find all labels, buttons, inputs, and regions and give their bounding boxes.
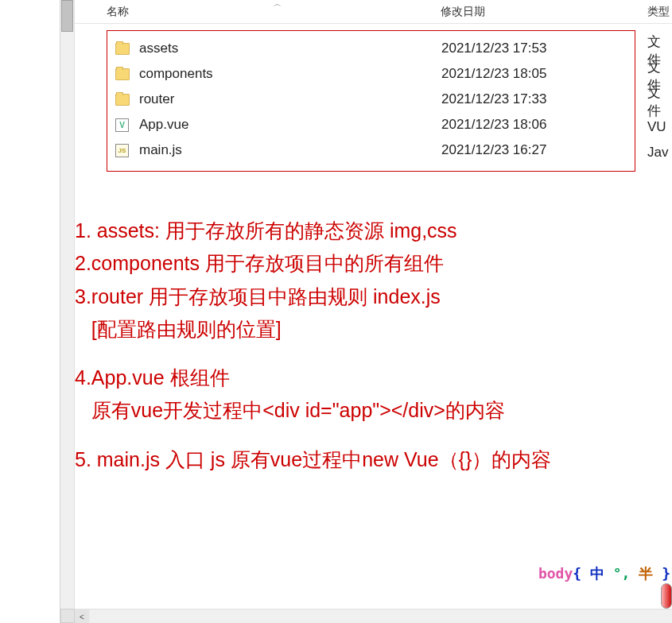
file-row[interactable]: V App.vue 2021/12/23 18:06 — [107, 112, 635, 137]
file-row[interactable]: JS main.js 2021/12/23 16:27 — [107, 137, 635, 163]
column-name-header[interactable]: 名称 — [107, 5, 129, 19]
vue-file-icon: V — [115, 118, 129, 132]
file-date: 2021/12/23 18:05 — [441, 66, 546, 82]
ime-width-toggle[interactable]: 半 — [639, 565, 653, 582]
column-date-header[interactable]: 修改日期 — [441, 5, 485, 19]
sort-indicator-icon[interactable]: ︿ — [274, 0, 282, 10]
note-line: 5. main.js 入口 js 原有vue过程中new Vue（{}）的内容 — [75, 443, 672, 476]
note-line: 3.router 用于存放项目中路由规则 index.js — [75, 281, 672, 313]
scroll-left-button[interactable]: < — [75, 609, 89, 623]
js-file-icon: JS — [115, 144, 129, 157]
folder-icon — [115, 94, 130, 106]
vertical-scrollbar[interactable] — [60, 0, 75, 623]
scrollbar-corner — [60, 609, 75, 623]
note-line: [配置路由规则的位置] — [75, 313, 672, 346]
file-name: components — [139, 66, 213, 82]
ime-status-bar[interactable]: body{ 中 °, 半 } — [538, 564, 670, 583]
ime-lang-toggle[interactable]: 中 — [590, 565, 604, 582]
file-date: 2021/12/23 17:33 — [441, 91, 546, 107]
annotation-notes: 1. assets: 用于存放所有的静态资源 img,css 2.compone… — [75, 215, 672, 476]
column-type-header[interactable]: 类型 — [647, 5, 670, 19]
file-list-header: 名称 ︿ 修改日期 类型 — [75, 0, 672, 24]
note-line: 1. assets: 用于存放所有的静态资源 img,css — [75, 215, 672, 247]
file-row[interactable]: router 2021/12/23 17:33 — [107, 87, 635, 112]
file-name: assets — [139, 41, 178, 56]
folder-icon — [115, 43, 130, 55]
file-name: App.vue — [139, 117, 188, 133]
file-row[interactable]: assets 2021/12/23 17:53 — [107, 36, 635, 61]
file-type-column: 文件 文件 文件 VU Jav — [647, 38, 672, 165]
indicator-capsule-icon — [661, 583, 672, 609]
ime-selector-label: body — [538, 565, 573, 582]
file-name: router — [139, 91, 174, 107]
file-date: 2021/12/23 17:53 — [441, 41, 546, 56]
ime-brace-icon: { — [573, 565, 581, 582]
file-name: main.js — [139, 142, 182, 158]
ime-brace-icon: } — [662, 565, 670, 582]
ime-punct-toggle[interactable]: °, — [613, 565, 631, 582]
left-gutter — [0, 0, 60, 623]
note-line: 原有vue开发过程中<div id="app"></div>的内容 — [75, 394, 672, 427]
file-type: Jav — [647, 140, 672, 165]
file-date: 2021/12/23 18:06 — [441, 117, 546, 133]
file-list-highlighted: assets 2021/12/23 17:53 components 2021/… — [107, 30, 635, 172]
horizontal-scrollbar[interactable]: < — [75, 609, 672, 623]
note-line: 4.App.vue 根组件 — [75, 362, 672, 394]
folder-icon — [115, 68, 130, 80]
file-type: 文件 — [647, 89, 672, 114]
scroll-thumb[interactable] — [61, 0, 73, 32]
file-row[interactable]: components 2021/12/23 18:05 — [107, 61, 635, 87]
note-line: 2.components 用于存放项目中的所有组件 — [75, 247, 672, 280]
file-date: 2021/12/23 16:27 — [441, 142, 546, 158]
